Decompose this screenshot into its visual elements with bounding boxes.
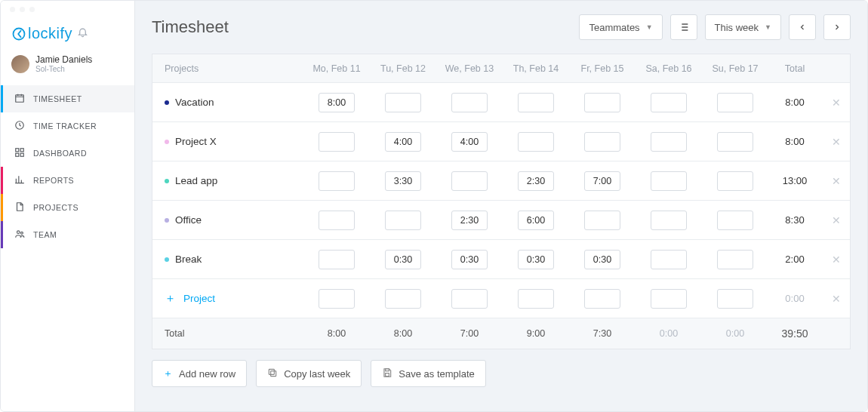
time-cell[interactable]: [385, 211, 421, 230]
nav-team[interactable]: TEAM: [1, 221, 134, 248]
time-cell[interactable]: [651, 250, 687, 269]
time-cell[interactable]: [451, 171, 488, 191]
grid-icon: [14, 147, 26, 159]
file-icon: [14, 201, 26, 214]
time-cell[interactable]: [584, 211, 620, 230]
time-cell[interactable]: [518, 211, 554, 230]
prev-week-button[interactable]: [789, 14, 816, 40]
table-row: Vacation8:00✕: [152, 83, 850, 122]
teammates-dropdown[interactable]: Teammates ▼: [579, 14, 662, 40]
row-total: 2:00: [785, 254, 804, 265]
delete-row-button[interactable]: ✕: [832, 293, 841, 305]
header-controls: Teammates ▼ This week ▼: [579, 14, 851, 40]
time-cell[interactable]: [584, 132, 620, 152]
date-range-dropdown[interactable]: This week ▼: [705, 14, 781, 40]
time-cell[interactable]: [651, 171, 687, 191]
table-row: Office8:30✕: [152, 201, 850, 240]
clock-icon: [14, 120, 26, 132]
time-cell[interactable]: [518, 289, 554, 309]
time-cell[interactable]: [717, 93, 753, 112]
time-cell[interactable]: [584, 289, 620, 309]
nav-timesheet[interactable]: TIMESHEET: [1, 85, 134, 112]
time-cell[interactable]: [319, 289, 355, 309]
time-cell[interactable]: [518, 93, 554, 112]
time-cell[interactable]: [451, 250, 488, 269]
row-total: 8:00: [785, 136, 804, 147]
copy-label: Copy last week: [284, 368, 350, 380]
time-cell[interactable]: [717, 171, 753, 191]
next-week-button[interactable]: [823, 14, 851, 40]
user-block[interactable]: Jamie Daniels Sol-Tech: [1, 54, 134, 85]
time-cell[interactable]: [319, 132, 355, 152]
time-cell[interactable]: [385, 93, 421, 112]
time-cell[interactable]: [518, 132, 554, 152]
add-project-link[interactable]: ＋ Project: [165, 291, 303, 306]
svg-rect-5: [16, 153, 19, 156]
footer-label: Total: [152, 328, 303, 339]
project-cell[interactable]: Vacation: [165, 97, 303, 108]
app-logo: lockify: [11, 25, 72, 42]
col-day: Th, Feb 14: [503, 63, 569, 74]
nav-time-tracker[interactable]: TIME TRACKER: [1, 112, 134, 140]
row-total: 8:30: [785, 214, 804, 226]
time-cell[interactable]: [584, 171, 620, 191]
grand-total: 39:50: [768, 327, 821, 340]
time-cell[interactable]: [584, 250, 620, 269]
time-cell[interactable]: [385, 171, 421, 191]
delete-row-button[interactable]: ✕: [832, 136, 841, 148]
copy-last-week-button[interactable]: Copy last week: [256, 360, 362, 387]
time-cell[interactable]: [518, 250, 554, 269]
project-cell[interactable]: Lead app: [165, 175, 303, 186]
time-cell[interactable]: [451, 289, 488, 309]
project-cell[interactable]: Break: [165, 254, 303, 265]
time-cell[interactable]: [319, 211, 355, 230]
time-cell[interactable]: [651, 289, 687, 309]
project-color-dot: [165, 218, 169, 223]
time-cell[interactable]: [584, 93, 620, 112]
time-cell[interactable]: [717, 289, 753, 309]
bell-icon[interactable]: [77, 26, 88, 41]
time-cell[interactable]: [385, 250, 421, 269]
time-cell[interactable]: [319, 93, 355, 112]
time-cell[interactable]: [717, 211, 753, 230]
save-template-button[interactable]: Save as template: [371, 360, 485, 387]
time-cell[interactable]: [385, 132, 421, 152]
list-view-button[interactable]: [670, 14, 697, 40]
col-day: Sa, Feb 16: [636, 63, 702, 74]
sidebar: lockify Jamie Daniels Sol-Tech TIMESHEET: [1, 1, 135, 411]
nav-dashboard[interactable]: DASHBOARD: [1, 140, 134, 167]
time-cell[interactable]: [717, 132, 753, 152]
time-cell[interactable]: [385, 289, 421, 309]
page-title: Timesheet: [152, 17, 229, 37]
table-header: Projects Mo, Feb 11 Tu, Feb 12 We, Feb 1…: [152, 54, 850, 83]
project-name: Project X: [175, 136, 217, 147]
time-cell[interactable]: [651, 211, 687, 230]
footer-day-total: 7:00: [460, 328, 479, 339]
time-cell[interactable]: [651, 93, 687, 112]
project-cell[interactable]: Project X: [165, 136, 303, 147]
brand-text: lockify: [28, 25, 72, 42]
table-footer: Total 8:00 8:00 7:00 9:00 7:30 0:00 0:00…: [152, 318, 850, 349]
delete-row-button[interactable]: ✕: [832, 254, 841, 266]
time-cell[interactable]: [451, 211, 488, 230]
time-cell[interactable]: [518, 171, 554, 191]
col-day: Mo, Feb 11: [303, 63, 370, 74]
col-day: We, Feb 13: [436, 63, 503, 74]
nav-reports[interactable]: REPORTS: [1, 167, 134, 194]
time-cell[interactable]: [717, 250, 753, 269]
time-cell[interactable]: [319, 250, 355, 269]
time-cell[interactable]: [319, 171, 355, 191]
time-cell[interactable]: [651, 132, 687, 152]
table-row: Break2:00✕: [152, 240, 850, 279]
col-day: Su, Feb 17: [702, 63, 768, 74]
delete-row-button[interactable]: ✕: [832, 214, 841, 226]
add-row-button[interactable]: ＋ Add new row: [152, 360, 247, 387]
time-cell[interactable]: [451, 132, 488, 152]
svg-rect-9: [271, 370, 276, 376]
delete-row-button[interactable]: ✕: [832, 97, 841, 109]
time-cell[interactable]: [451, 93, 488, 112]
project-cell[interactable]: Office: [165, 214, 303, 226]
chart-icon: [14, 174, 26, 186]
nav-projects[interactable]: PROJECTS: [1, 194, 134, 221]
delete-row-button[interactable]: ✕: [832, 175, 841, 187]
